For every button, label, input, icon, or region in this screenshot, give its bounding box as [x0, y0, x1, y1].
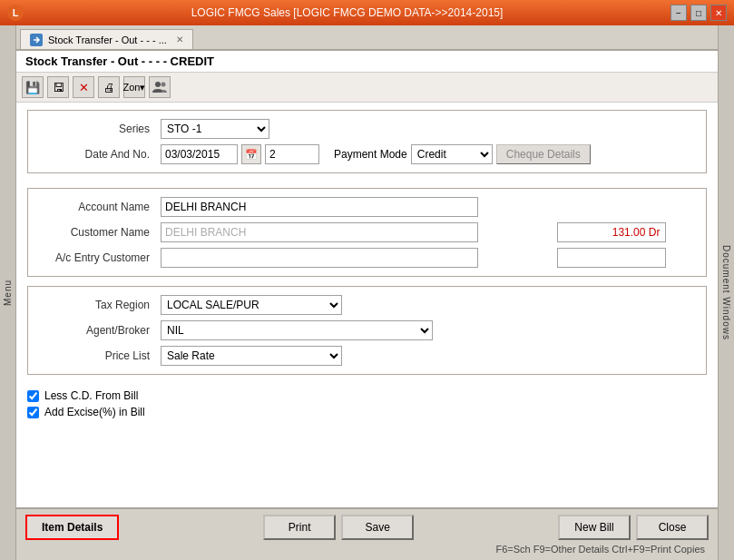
- right-sidebar: Document Windows: [718, 25, 734, 560]
- series-select[interactable]: STO -1 STO -2: [161, 119, 269, 139]
- cheque-details-button[interactable]: Cheque Details: [496, 144, 591, 164]
- add-excise-row: Add Excise(%) in Bill: [27, 406, 707, 418]
- date-label: Date And No.: [37, 142, 155, 167]
- minimize-button[interactable]: −: [670, 5, 687, 21]
- series-row: Series STO -1 STO -2: [37, 116, 697, 142]
- close-window-button[interactable]: ✕: [710, 5, 727, 21]
- account-section: Account Name Customer Name 131.00 Dr: [27, 188, 707, 277]
- price-list-label: Price List: [37, 343, 155, 368]
- tab-label: Stock Transfer - Out - - - ...: [48, 34, 167, 45]
- tax-region-select[interactable]: LOCAL SALE/PUR OTHER: [161, 295, 342, 315]
- content-area: Stock Transfer - Out - - - ... ✕ Stock T…: [16, 25, 718, 560]
- customer-name-row: Customer Name 131.00 Dr: [37, 220, 697, 245]
- users-icon-button[interactable]: [149, 76, 171, 98]
- add-excise-checkbox[interactable]: [27, 407, 39, 418]
- right-sidebar-label: Document Windows: [721, 245, 731, 340]
- window-title: LOGIC FMCG Sales [LOGIC FMCG DEMO DATA->…: [24, 6, 670, 19]
- title-bar: L LOGIC FMCG Sales [LOGIC FMCG DEMO DATA…: [0, 0, 734, 25]
- customer-name-input[interactable]: [161, 222, 478, 242]
- ac-entry-input[interactable]: [161, 248, 478, 268]
- tax-table: Tax Region LOCAL SALE/PUR OTHER Agent/Br…: [37, 292, 697, 368]
- less-cd-label: Less C.D. From Bill: [44, 389, 138, 402]
- print-icon-button[interactable]: 🖨: [98, 76, 120, 98]
- print-button[interactable]: Print: [263, 515, 336, 540]
- date-row: Date And No. 📅 Payment Mode Credit Cash: [37, 142, 697, 167]
- form-title: Stock Transfer - Out - - - - CREDIT: [25, 54, 214, 68]
- save-button[interactable]: Save: [341, 515, 414, 540]
- agent-label: Agent/Broker: [37, 318, 155, 343]
- agent-cell: NIL BROKER1: [155, 318, 697, 343]
- open-icon-button[interactable]: 🖫: [47, 76, 69, 98]
- close-form-button[interactable]: Close: [636, 515, 709, 540]
- checkbox-section: Less C.D. From Bill Add Excise(%) in Bil…: [27, 384, 707, 427]
- svg-point-2: [161, 83, 166, 87]
- account-name-cell: [155, 194, 552, 220]
- payment-mode-label: Payment Mode: [334, 148, 407, 161]
- form-body: Series STO -1 STO -2 Date And No.: [16, 103, 718, 507]
- customer-credit-cell: 131.00 Dr: [552, 220, 697, 245]
- ac-entry-row: A/c Entry Customer: [37, 245, 697, 270]
- tab-icon: [30, 34, 43, 46]
- less-cd-checkbox[interactable]: [27, 390, 39, 402]
- price-list-select[interactable]: Sale Rate MRP: [161, 346, 342, 366]
- settings-icon-button[interactable]: Zon▾: [123, 76, 145, 98]
- tax-region-label: Tax Region: [37, 292, 155, 318]
- number-input[interactable]: [265, 144, 319, 164]
- customer-name-label: Customer Name: [37, 220, 155, 245]
- agent-row: Agent/Broker NIL BROKER1: [37, 318, 697, 343]
- maximize-button[interactable]: □: [690, 5, 707, 21]
- series-cell: STO -1 STO -2: [155, 116, 697, 142]
- date-cell: 📅 Payment Mode Credit Cash Cheque Cheque…: [155, 142, 697, 167]
- tab-bar: Stock Transfer - Out - - - ... ✕: [16, 25, 718, 51]
- account-name-label: Account Name: [37, 194, 155, 220]
- tax-section: Tax Region LOCAL SALE/PUR OTHER Agent/Br…: [27, 286, 707, 375]
- account-name-row: Account Name: [37, 194, 697, 220]
- window-controls: − □ ✕: [670, 5, 727, 21]
- left-sidebar: Menu: [0, 25, 16, 560]
- bottom-buttons-row: Item Details Print Save New Bill Close: [25, 515, 709, 540]
- date-input[interactable]: [161, 144, 238, 164]
- new-bill-button[interactable]: New Bill: [558, 515, 631, 540]
- right-buttons: New Bill Close: [558, 515, 709, 540]
- shortcuts-bar: F6=Sch F9=Other Details Ctrl+F9=Print Co…: [25, 544, 709, 555]
- price-list-row: Price List Sale Rate MRP: [37, 343, 697, 368]
- tax-region-cell: LOCAL SALE/PUR OTHER: [155, 292, 697, 318]
- payment-mode-select[interactable]: Credit Cash Cheque: [411, 144, 493, 164]
- bottom-bar: Item Details Print Save New Bill Close F…: [16, 507, 718, 560]
- main-details-section: Series STO -1 STO -2 Date And No.: [27, 110, 707, 173]
- credit-value-display: 131.00 Dr: [557, 222, 666, 242]
- series-label: Series: [37, 116, 155, 142]
- calendar-button[interactable]: 📅: [241, 144, 261, 164]
- form-header: Stock Transfer - Out - - - - CREDIT: [16, 51, 718, 73]
- tax-region-row: Tax Region LOCAL SALE/PUR OTHER: [37, 292, 697, 318]
- left-sidebar-label: Menu: [3, 280, 13, 306]
- save-icon-button[interactable]: 💾: [22, 76, 44, 98]
- toolbar: 💾 🖫 ✕ 🖨 Zon▾: [16, 73, 718, 103]
- account-name-input[interactable]: [161, 197, 478, 217]
- item-details-button[interactable]: Item Details: [25, 515, 119, 540]
- center-buttons: Print Save: [263, 515, 414, 540]
- account-table: Account Name Customer Name 131.00 Dr: [37, 194, 697, 270]
- less-cd-row: Less C.D. From Bill: [27, 389, 707, 402]
- ac-entry-cell: [155, 245, 552, 270]
- stock-transfer-tab[interactable]: Stock Transfer - Out - - - ... ✕: [20, 29, 193, 49]
- ac-entry-label: A/c Entry Customer: [37, 245, 155, 270]
- series-date-table: Series STO -1 STO -2 Date And No.: [37, 116, 697, 167]
- ac-entry-extra: [552, 245, 697, 270]
- price-list-cell: Sale Rate MRP: [155, 343, 697, 368]
- customer-name-cell: [155, 220, 552, 245]
- app-icon: L: [7, 5, 24, 21]
- agent-select[interactable]: NIL BROKER1: [161, 320, 433, 340]
- tab-close-button[interactable]: ✕: [176, 34, 183, 44]
- add-excise-label: Add Excise(%) in Bill: [44, 406, 145, 418]
- account-credit-empty: [552, 194, 697, 220]
- delete-icon-button[interactable]: ✕: [73, 76, 94, 98]
- svg-point-1: [155, 82, 161, 87]
